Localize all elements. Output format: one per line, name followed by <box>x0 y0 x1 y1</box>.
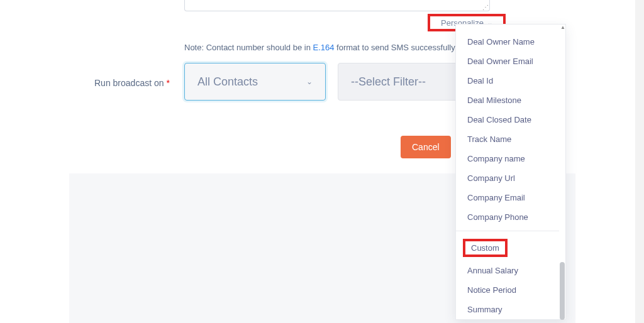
page-scrollbar-track[interactable] <box>635 0 644 323</box>
dropdown-item-deal-milestone[interactable]: Deal Milestone <box>456 90 565 110</box>
dropdown-item-annual-salary[interactable]: Annual Salary <box>456 261 565 280</box>
message-textarea[interactable]: ⋰ <box>184 0 490 11</box>
run-broadcast-label-text: Run broadcast on <box>94 78 164 88</box>
cancel-button[interactable]: Cancel <box>401 136 451 158</box>
note-text: Note: Contact number should be in E.164 … <box>184 43 457 52</box>
note-suffix: format to send SMS successfully. <box>335 43 457 52</box>
dropdown-scrollbar[interactable]: ▲ <box>559 25 565 319</box>
dropdown-item-company-url[interactable]: Company Url <box>456 168 565 188</box>
dropdown-item-company-phone[interactable]: Company Phone <box>456 207 565 227</box>
dropdown-item-deal-owner-email[interactable]: Deal Owner Email <box>456 52 565 71</box>
dropdown-item-notice-period[interactable]: Notice Period <box>456 280 565 300</box>
personalize-dropdown-menu: Deal Owner Name Deal Owner Email Deal Id… <box>455 24 566 320</box>
chevron-down-icon: ⌄ <box>306 77 313 86</box>
dropdown-item-company-name[interactable]: Company name <box>456 149 565 168</box>
dropdown-item-company-email[interactable]: Company Email <box>456 188 565 207</box>
dropdown-custom-header[interactable]: Custom <box>463 239 508 257</box>
contacts-select-value: All Contacts <box>197 75 258 89</box>
required-asterisk: * <box>166 78 169 88</box>
scroll-thumb[interactable] <box>560 262 565 320</box>
dropdown-item-summary[interactable]: Summary <box>456 300 565 319</box>
resize-handle-icon[interactable]: ⋰ <box>482 5 489 11</box>
dropdown-item-track-name[interactable]: Track Name <box>456 129 565 149</box>
dropdown-custom-section: Custom Annual Salary Notice Period Summa… <box>456 231 565 319</box>
dropdown-item-deal-closed-date[interactable]: Deal Closed Date <box>456 110 565 129</box>
contacts-select[interactable]: All Contacts ⌄ <box>184 63 326 101</box>
dropdown-item-deal-owner-name[interactable]: Deal Owner Name <box>456 32 565 52</box>
dropdown-item-deal-id[interactable]: Deal Id <box>456 71 565 90</box>
run-broadcast-label: Run broadcast on * <box>94 78 170 88</box>
e164-link[interactable]: E.164 <box>313 43 335 52</box>
action-buttons: Cancel <box>401 136 462 158</box>
scroll-up-icon[interactable]: ▲ <box>560 25 565 30</box>
note-prefix: Note: Contact number should be in <box>184 43 313 52</box>
filter-select-value: --Select Filter-- <box>351 75 426 89</box>
